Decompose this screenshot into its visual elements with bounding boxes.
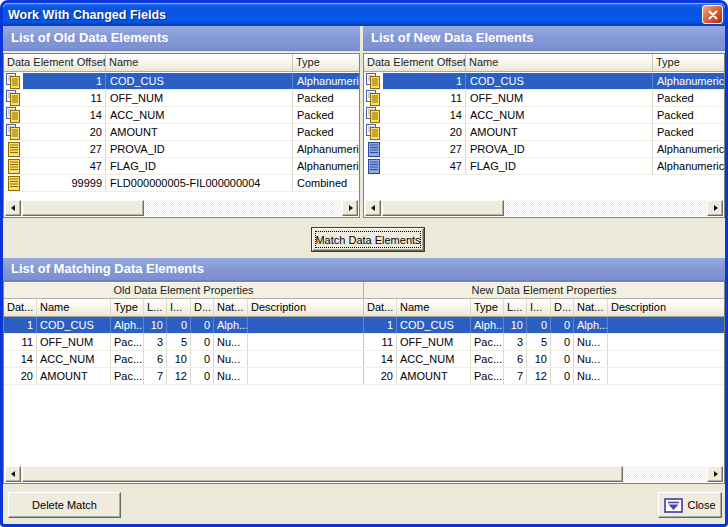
name-cell: AMOUNT bbox=[106, 124, 293, 140]
new-column-header-4[interactable]: I... bbox=[527, 299, 551, 316]
close-button[interactable]: Close bbox=[658, 492, 722, 518]
scroll-right-button[interactable] bbox=[707, 200, 723, 216]
column-header-name[interactable]: Name bbox=[106, 54, 293, 71]
matching-row[interactable]: 20AMOUNTPac...7120Nu...20AMOUNTPac...712… bbox=[4, 368, 724, 385]
element-blue-icon bbox=[364, 141, 383, 157]
offset-cell: 20 bbox=[23, 124, 106, 140]
type-cell: Packed bbox=[293, 124, 359, 140]
scroll-left-button[interactable] bbox=[5, 466, 21, 482]
scrollbar-thumb[interactable] bbox=[22, 200, 144, 216]
right-arrow-icon bbox=[714, 471, 721, 477]
element-row[interactable]: 27PROVA_IDAlphanumeric bbox=[4, 141, 359, 158]
element-row[interactable]: 20AMOUNTPacked bbox=[4, 124, 359, 141]
old-column-header-1[interactable]: Name bbox=[37, 299, 111, 316]
new-column-header-0[interactable]: Dat... bbox=[364, 299, 397, 316]
dat-cell: 11 bbox=[4, 334, 37, 350]
element-row[interactable]: 99999FLD000000005-FIL000000004Combined bbox=[4, 175, 359, 192]
type-cell: Pac... bbox=[471, 368, 504, 384]
description-cell bbox=[608, 317, 724, 333]
delete-match-button[interactable]: Delete Match bbox=[8, 492, 121, 518]
element-yellow-icon bbox=[4, 141, 23, 157]
element-row[interactable]: 11OFF_NUMPacked bbox=[4, 90, 359, 107]
new-elements-table: Data Element Offset Name Type 1COD_CUSAl… bbox=[363, 53, 725, 218]
column-header-offset[interactable]: Data Element Offset bbox=[4, 54, 106, 71]
native-cell: Alph... bbox=[214, 317, 248, 333]
column-header-offset[interactable]: Data Element Offset bbox=[364, 54, 466, 71]
decimal-cell: 0 bbox=[551, 351, 574, 367]
element-row[interactable]: 27PROVA_IDAlphanumeric bbox=[364, 141, 724, 158]
column-header-type[interactable]: Type bbox=[293, 54, 359, 71]
element-row[interactable]: 20AMOUNTPacked bbox=[364, 124, 724, 141]
element-row[interactable]: 11OFF_NUMPacked bbox=[364, 90, 724, 107]
integer-cell: 12 bbox=[167, 368, 191, 384]
new-column-header-3[interactable]: L... bbox=[504, 299, 527, 316]
name-cell: OFF_NUM bbox=[397, 334, 471, 350]
element-row[interactable]: 14ACC_NUMPacked bbox=[364, 107, 724, 124]
new-elements-section-title: List of New Data Elements bbox=[371, 30, 534, 45]
new-table-hscrollbar[interactable] bbox=[365, 200, 723, 216]
element-row[interactable]: 47FLAG_IDAlphanumeric bbox=[4, 158, 359, 175]
name-cell: ACC_NUM bbox=[37, 351, 111, 367]
dat-cell: 20 bbox=[364, 368, 397, 384]
type-cell: Alphanumeric bbox=[653, 158, 724, 174]
description-cell bbox=[248, 351, 364, 367]
properties-group-header-row: Old Data Element Properties New Data Ele… bbox=[4, 282, 724, 299]
name-cell: FLAG_ID bbox=[466, 158, 653, 174]
description-cell bbox=[248, 317, 364, 333]
column-header-name[interactable]: Name bbox=[466, 54, 653, 71]
scrollbar-thumb[interactable] bbox=[382, 200, 504, 216]
new-column-header-6[interactable]: Nat... bbox=[574, 299, 608, 316]
old-table-hscrollbar[interactable] bbox=[5, 200, 358, 216]
old-column-header-2[interactable]: Type bbox=[111, 299, 144, 316]
close-window-button[interactable] bbox=[702, 5, 723, 24]
decimal-cell: 0 bbox=[191, 368, 214, 384]
native-cell: Alph... bbox=[574, 317, 608, 333]
old-column-header-7[interactable]: Description bbox=[248, 299, 364, 316]
decimal-cell: 0 bbox=[551, 368, 574, 384]
offset-cell: 11 bbox=[23, 90, 106, 106]
old-column-header-6[interactable]: Nat... bbox=[214, 299, 248, 316]
element-row[interactable]: 1COD_CUSAlphanumeric bbox=[364, 73, 724, 90]
scroll-left-button[interactable] bbox=[365, 200, 381, 216]
old-column-header-5[interactable]: D... bbox=[191, 299, 214, 316]
titlebar[interactable]: Work With Changed Fields bbox=[3, 3, 725, 26]
element-yellow-icon bbox=[4, 175, 23, 191]
length-cell: 10 bbox=[144, 317, 167, 333]
close-icon bbox=[708, 10, 718, 20]
native-cell: Nu... bbox=[214, 351, 248, 367]
scroll-left-button[interactable] bbox=[5, 200, 21, 216]
element-blue-icon bbox=[364, 158, 383, 174]
offset-cell: 1 bbox=[23, 73, 106, 89]
column-header-type[interactable]: Type bbox=[653, 54, 724, 71]
matching-elements-table: Old Data Element Properties New Data Ele… bbox=[3, 281, 725, 484]
name-cell: OFF_NUM bbox=[106, 90, 293, 106]
element-row[interactable]: 47FLAG_IDAlphanumeric bbox=[364, 158, 724, 175]
old-column-header-4[interactable]: I... bbox=[167, 299, 191, 316]
new-column-header-2[interactable]: Type bbox=[471, 299, 504, 316]
dat-cell: 1 bbox=[4, 317, 37, 333]
old-column-header-0[interactable]: Dat... bbox=[4, 299, 37, 316]
type-cell: Alphanumeric bbox=[293, 73, 359, 89]
dat-cell: 14 bbox=[364, 351, 397, 367]
matching-table-hscrollbar[interactable] bbox=[5, 466, 723, 482]
scrollbar-thumb[interactable] bbox=[22, 466, 623, 482]
new-table-body: 1COD_CUSAlphanumeric11OFF_NUMPacked14ACC… bbox=[364, 73, 724, 199]
offset-cell: 20 bbox=[383, 124, 466, 140]
native-cell: Nu... bbox=[574, 334, 608, 350]
matching-row[interactable]: 11OFF_NUMPac...350Nu...11OFF_NUMPac...35… bbox=[4, 334, 724, 351]
type-cell: Packed bbox=[653, 124, 724, 140]
matching-row[interactable]: 1COD_CUSAlph...1000Alph...1COD_CUSAlph..… bbox=[4, 317, 724, 334]
new-column-header-7[interactable]: Description bbox=[608, 299, 724, 316]
match-data-elements-button[interactable]: Match Data Elements bbox=[312, 228, 424, 251]
old-table-body: 1COD_CUSAlphanumeric11OFF_NUMPacked14ACC… bbox=[4, 73, 359, 199]
scroll-right-button[interactable] bbox=[707, 466, 723, 482]
old-column-header-3[interactable]: L... bbox=[144, 299, 167, 316]
element-row[interactable]: 14ACC_NUMPacked bbox=[4, 107, 359, 124]
name-cell: COD_CUS bbox=[37, 317, 111, 333]
new-column-header-5[interactable]: D... bbox=[551, 299, 574, 316]
scroll-right-button[interactable] bbox=[342, 200, 358, 216]
integer-cell: 5 bbox=[167, 334, 191, 350]
matching-row[interactable]: 14ACC_NUMPac...6100Nu...14ACC_NUMPac...6… bbox=[4, 351, 724, 368]
new-column-header-1[interactable]: Name bbox=[397, 299, 471, 316]
element-row[interactable]: 1COD_CUSAlphanumeric bbox=[4, 73, 359, 90]
